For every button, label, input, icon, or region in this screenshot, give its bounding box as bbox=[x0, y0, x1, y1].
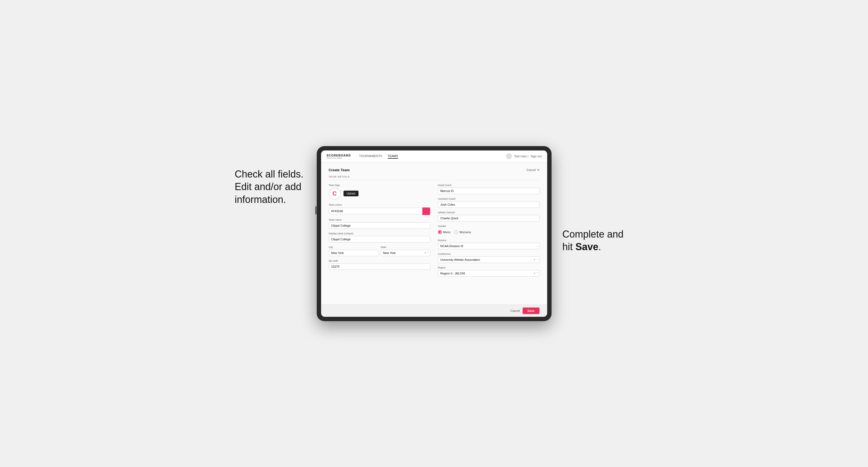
main-content: Create Team Cancel ✕ TEAM DETAILS Team l… bbox=[321, 162, 547, 305]
conference-group: Conference ✕ ⌃ bbox=[438, 253, 539, 263]
navbar: SCOREBOARD Powered by clippd TOURNAMENTS… bbox=[321, 151, 547, 162]
division-group: Division ⌄ bbox=[438, 239, 539, 249]
left-annotation: Check all fields. Edit and/or add inform… bbox=[235, 168, 306, 206]
zip-code-group: Zip code bbox=[329, 259, 430, 270]
conference-select-wrapper: ✕ ⌃ bbox=[438, 256, 539, 263]
gender-mens-label: Mens bbox=[443, 230, 451, 234]
gender-mens-option[interactable]: Mens bbox=[438, 230, 451, 234]
section-label: TEAM DETAILS bbox=[329, 175, 539, 180]
team-colour-group: Team colour bbox=[329, 204, 430, 215]
team-logo-label: Team logo bbox=[329, 184, 430, 187]
upload-button[interactable]: Upload bbox=[343, 191, 359, 196]
team-colour-label: Team colour bbox=[329, 204, 430, 206]
save-button[interactable]: Save bbox=[523, 308, 539, 314]
logo-sub: Powered by clippd bbox=[327, 157, 351, 159]
gender-mens-dot bbox=[438, 230, 442, 234]
zip-input[interactable] bbox=[329, 263, 430, 270]
logo-area: C Upload bbox=[329, 188, 430, 199]
division-label: Division bbox=[438, 239, 539, 242]
nav-link-tournaments[interactable]: TOURNAMENTS bbox=[359, 154, 382, 159]
city-col: City bbox=[329, 246, 378, 256]
left-annotation-line1: Check all fields. bbox=[235, 168, 304, 180]
region-select[interactable] bbox=[438, 270, 539, 277]
gender-label: Gender bbox=[438, 225, 539, 227]
head-coach-group: Head Coach bbox=[438, 184, 539, 194]
zip-label: Zip code bbox=[329, 259, 430, 262]
nav-link-teams[interactable]: TEAMS bbox=[388, 154, 398, 159]
colour-swatch[interactable] bbox=[422, 207, 430, 215]
form-header: Create Team Cancel ✕ bbox=[329, 168, 539, 172]
form-footer: Cancel Save bbox=[321, 305, 547, 317]
nav-right: Test User | Sign out bbox=[506, 153, 542, 159]
region-select-wrapper: ✕ ⌃ bbox=[438, 270, 539, 277]
cancel-footer-button[interactable]: Cancel bbox=[510, 309, 520, 312]
state-select[interactable] bbox=[381, 250, 430, 256]
region-group: Region ✕ ⌃ bbox=[438, 266, 539, 277]
logo-letter: C bbox=[333, 190, 337, 197]
left-annotation-line2: Edit and/or add information. bbox=[235, 181, 302, 205]
team-name-label: Team name bbox=[329, 218, 430, 221]
cancel-top-button[interactable]: Cancel ✕ bbox=[526, 168, 539, 172]
team-name-group: Team name bbox=[329, 218, 430, 229]
tablet-frame: SCOREBOARD Powered by clippd TOURNAMENTS… bbox=[317, 146, 552, 321]
gender-womens-dot bbox=[454, 230, 458, 234]
state-select-wrapper: ✕ ⌃ bbox=[381, 250, 430, 256]
nav-signout[interactable]: Sign out bbox=[530, 155, 541, 158]
assistant-coach-group: Assistant Coach bbox=[438, 197, 539, 208]
region-label: Region bbox=[438, 266, 539, 269]
state-label: State bbox=[381, 246, 430, 249]
display-name-input[interactable] bbox=[329, 236, 430, 243]
nav-user: Test User | bbox=[514, 155, 528, 158]
team-logo-group: Team logo C Upload bbox=[329, 184, 430, 199]
tablet-side-button bbox=[315, 206, 316, 214]
tablet-screen: SCOREBOARD Powered by clippd TOURNAMENTS… bbox=[321, 151, 547, 317]
team-colour-input[interactable] bbox=[329, 208, 422, 214]
form-left-col: Team logo C Upload Team colour bbox=[329, 184, 430, 280]
gender-womens-label: Womens bbox=[459, 230, 471, 234]
athletic-director-input[interactable] bbox=[438, 215, 539, 221]
state-col: State ✕ ⌃ bbox=[381, 246, 430, 256]
display-name-label: Display name (unique) bbox=[329, 232, 430, 235]
display-name-group: Display name (unique) bbox=[329, 232, 430, 243]
logo-circle: C bbox=[329, 188, 341, 199]
city-label: City bbox=[329, 246, 378, 249]
gender-womens-option[interactable]: Womens bbox=[454, 230, 471, 234]
conference-select[interactable] bbox=[438, 256, 539, 263]
logo-main: SCOREBOARD bbox=[327, 154, 351, 157]
head-coach-input[interactable] bbox=[438, 188, 539, 194]
conference-label: Conference bbox=[438, 253, 539, 255]
division-select[interactable] bbox=[438, 243, 539, 249]
athletic-director-label: Athletic Director bbox=[438, 211, 539, 214]
city-state-group: City State ✕ ⌃ bbox=[329, 246, 430, 256]
gender-radio-group: Mens Womens bbox=[438, 228, 539, 236]
form-grid: Team logo C Upload Team colour bbox=[329, 184, 539, 280]
nav-avatar bbox=[506, 153, 512, 159]
form-title: Create Team bbox=[329, 168, 350, 172]
division-select-wrapper: ⌄ bbox=[438, 243, 539, 249]
colour-row bbox=[329, 207, 430, 215]
right-annotation: Complete and hit Save. bbox=[562, 228, 633, 254]
nav-links: TOURNAMENTS TEAMS bbox=[359, 154, 506, 159]
city-input[interactable] bbox=[329, 250, 378, 256]
assistant-coach-input[interactable] bbox=[438, 201, 539, 208]
assistant-coach-label: Assistant Coach bbox=[438, 197, 539, 200]
team-name-input[interactable] bbox=[329, 222, 430, 229]
city-state-row: City State ✕ ⌃ bbox=[329, 246, 430, 256]
nav-logo: SCOREBOARD Powered by clippd bbox=[327, 154, 351, 159]
right-annotation-text: Complete and hit Save. bbox=[562, 228, 624, 253]
athletic-director-group: Athletic Director bbox=[438, 211, 539, 221]
head-coach-label: Head Coach bbox=[438, 184, 539, 187]
form-right-col: Head Coach Assistant Coach Athletic Dire… bbox=[438, 184, 539, 280]
gender-group: Gender Mens Womens bbox=[438, 225, 539, 236]
